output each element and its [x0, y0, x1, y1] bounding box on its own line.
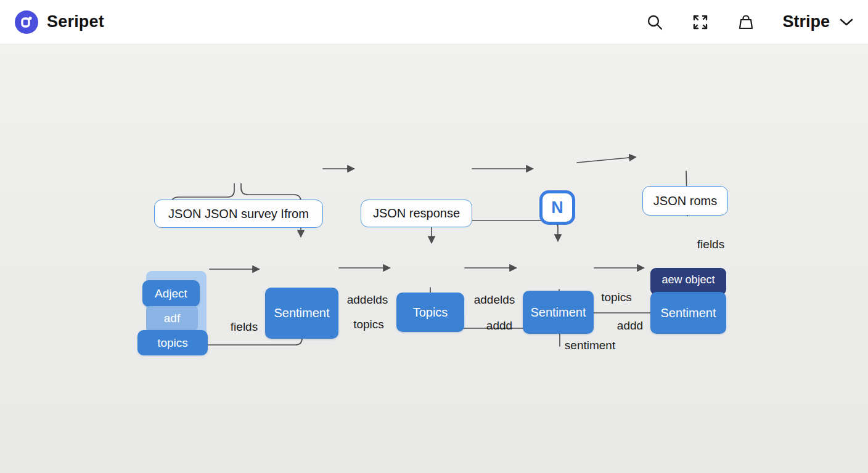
edge-label-topics-2: topics: [601, 291, 632, 304]
stack-left-middle[interactable]: adf: [146, 306, 198, 331]
header-actions: Stripe: [645, 12, 853, 31]
stack-right-body[interactable]: Sentiment: [650, 292, 726, 334]
node-json-response[interactable]: JSON response: [361, 200, 472, 227]
expand-arrows-icon[interactable]: [691, 13, 710, 31]
node-json-roms[interactable]: JSON roms: [642, 186, 728, 216]
brand-logo-icon[interactable]: [15, 10, 38, 34]
flowchart-canvas[interactable]: JSON JSON survey Ifrom JSON response N J…: [0, 44, 868, 473]
edge-label-addd-2: addd: [617, 319, 643, 333]
edge-label-fields-stack: fields: [231, 320, 258, 334]
node-sentiment-1[interactable]: Sentiment: [265, 288, 338, 339]
edge-label-addd-1: addd: [486, 319, 512, 333]
search-icon[interactable]: [645, 13, 664, 31]
edge-label-fields-roms: fields: [697, 238, 724, 251]
app-window: Seripet: [0, 0, 868, 473]
node-n-badge[interactable]: N: [539, 190, 575, 225]
shopping-bag-icon[interactable]: [737, 13, 755, 31]
edge-n-roms: [577, 157, 636, 163]
account-name: Stripe: [782, 12, 830, 31]
node-sentiment-2[interactable]: Sentiment: [523, 291, 594, 334]
edge-label-topics-1: topics: [353, 318, 384, 331]
stack-left-bottom[interactable]: topics: [137, 330, 208, 355]
node-json-survey[interactable]: JSON JSON survey Ifrom: [154, 200, 323, 228]
chevron-down-icon: [840, 18, 853, 26]
edge-label-addelds-2: addelds: [474, 293, 515, 307]
edge-label-sentiment-loop: sentiment: [565, 339, 615, 352]
stack-right-header[interactable]: aew object: [650, 268, 726, 295]
stack-left-top[interactable]: Adject: [142, 280, 200, 307]
flowchart-edges: [0, 0, 868, 473]
brand-name: Seripet: [47, 12, 104, 31]
node-topics[interactable]: Topics: [396, 293, 464, 332]
logo-glyph-icon: [18, 14, 35, 30]
top-bar: Seripet: [0, 0, 868, 44]
account-switcher[interactable]: Stripe: [782, 12, 853, 31]
edge-label-addelds-1: addelds: [347, 293, 388, 307]
